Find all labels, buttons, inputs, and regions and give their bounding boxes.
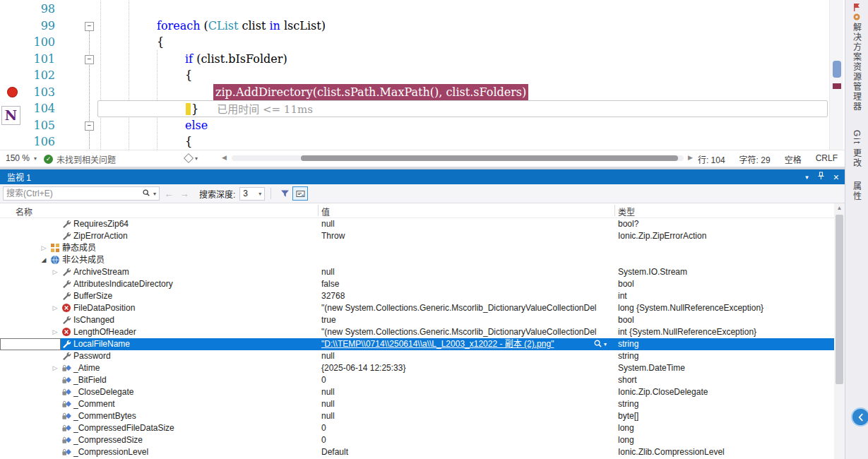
watch-search-box[interactable]: ▾	[3, 186, 160, 201]
watch-row-name-cell[interactable]: _CompressionLevel	[0, 446, 318, 458]
code-line-98[interactable]	[97, 1, 828, 18]
expand-icon[interactable]: ▷	[51, 362, 59, 374]
code-line-100[interactable]: {	[97, 34, 828, 51]
code-lines[interactable]: foreach (CList clist in lscList){if (cli…	[97, 1, 828, 150]
watch-row-value[interactable]	[321, 254, 610, 266]
fold-toggle-icon[interactable]: −	[85, 121, 94, 131]
search-options-caret-icon[interactable]: ▾	[153, 191, 159, 197]
tab-properties[interactable]: 属性	[851, 181, 863, 201]
watch-row-name-cell[interactable]: _CloseDelegate	[0, 386, 318, 398]
watch-row[interactable]: _CommentBytesnullbyte[]	[0, 410, 834, 422]
column-separator[interactable]	[614, 205, 615, 216]
watch-row-value[interactable]: null	[321, 386, 610, 398]
watch-row-value[interactable]: "D:\\TEMP\\0714\\250614\\a\\L_L2003_x120…	[321, 338, 610, 350]
search-input[interactable]	[4, 189, 142, 198]
code-line-103[interactable]: zip.AddDirectory(clist.sPath.MaxPath(), …	[97, 84, 828, 101]
watch-row-name-cell[interactable]: ZipErrorAction	[0, 230, 318, 242]
encoding-indicator[interactable]: CRLF	[816, 153, 838, 165]
watch-row[interactable]: _CompressionLevelDefaultIonic.Zlib.Compr…	[0, 446, 834, 458]
scroll-left-icon[interactable]: ◀	[222, 154, 227, 161]
watch-row-name-cell[interactable]: ▷ArchiveStream	[0, 266, 318, 278]
window-position-icon[interactable]: ▾	[805, 174, 809, 181]
watch-row-name-cell[interactable]: AttributesIndicateDirectory	[0, 278, 318, 290]
watch-row-name-cell[interactable]: RequiresZip64	[0, 218, 318, 230]
visualizer-caret-icon[interactable]: ▾	[604, 338, 607, 350]
column-header-name[interactable]: 名称	[16, 205, 32, 217]
char-indicator[interactable]: 字符: 29	[739, 153, 771, 165]
scrollbar-thumb[interactable]	[833, 61, 841, 78]
watch-vertical-scrollbar[interactable]: ▲	[834, 203, 845, 459]
code-area[interactable]: foreach (CList clist in lscList){if (cli…	[97, 1, 828, 150]
watch-row[interactable]: IsChangedtruebool	[0, 314, 834, 326]
expand-icon[interactable]: ▷	[51, 266, 59, 278]
watch-row-name-cell[interactable]: IsChanged	[0, 314, 318, 326]
watch-row-value[interactable]: null	[321, 398, 610, 410]
document-health-indicator[interactable]: ✓ 未找到相关问题	[44, 153, 116, 165]
tab-solution-explorer[interactable]: 解决方案资源管理器	[851, 23, 863, 112]
watch-row-value[interactable]: "(new System.Collections.Generic.Mscorli…	[321, 302, 610, 314]
column-separator[interactable]	[318, 205, 319, 216]
watch-row-value[interactable]: null	[321, 266, 610, 278]
filter-button[interactable]	[277, 186, 292, 201]
watch-row-value[interactable]: Throw	[321, 230, 610, 242]
watch-row-value[interactable]: 0	[321, 434, 610, 446]
watch-row[interactable]: ▷LengthOfHeader"(new System.Collections.…	[0, 326, 834, 338]
fold-margin[interactable]: −−−	[83, 1, 97, 150]
watch-row-name-cell[interactable]: _BitField	[0, 374, 318, 386]
watch-row-name-cell[interactable]: ▷_Atime	[0, 362, 318, 374]
column-header-value[interactable]: 值	[321, 205, 330, 217]
scroll-up-icon[interactable]: ▲	[834, 205, 845, 211]
fold-toggle-icon[interactable]: −	[85, 22, 94, 31]
watch-row-value[interactable]: null	[321, 410, 610, 422]
watch-row[interactable]: _CompressedFileDataSize0long	[0, 422, 834, 434]
tab-git-changes[interactable]: Git 更改	[851, 130, 863, 169]
watch-row-value[interactable]: 0	[321, 422, 610, 434]
watch-row-name-cell[interactable]: _CompressedFileDataSize	[0, 422, 318, 434]
code-line-105[interactable]: else	[97, 117, 828, 134]
watch-row[interactable]: Passwordnullstring	[0, 350, 834, 362]
watch-row[interactable]: RequiresZip64nullbool?	[0, 218, 834, 230]
watch-row-value[interactable]: "(new System.Collections.Generic.Mscorli…	[321, 326, 610, 338]
pin-icon[interactable]	[817, 172, 825, 182]
watch-row[interactable]: ▷ArchiveStreamnullSystem.IO.Stream	[0, 266, 834, 278]
watch-row[interactable]: ▷FileDataPosition"(new System.Collection…	[0, 302, 834, 314]
breakpoint-icon[interactable]	[7, 87, 18, 97]
watch-row-value[interactable]: Default	[321, 446, 610, 458]
expand-icon[interactable]: ▷	[51, 302, 59, 314]
search-previous-button[interactable]: ←	[162, 189, 175, 199]
watch-row-name-cell[interactable]: ◢非公共成员	[0, 254, 318, 266]
watch-row[interactable]: LocalFileName"D:\\TEMP\\0714\\250614\\a\…	[0, 338, 834, 350]
tab-key-toggle-button[interactable]	[292, 186, 308, 201]
fold-toggle-icon[interactable]: −	[85, 55, 94, 64]
expand-icon[interactable]: ▷	[40, 242, 48, 254]
watch-row-name-cell[interactable]: _Comment	[0, 398, 318, 410]
horizontal-scrollbar[interactable]	[232, 155, 684, 161]
panel-flyout-button[interactable]	[851, 407, 868, 427]
watch-row[interactable]: ZipErrorActionThrowIonic.Zip.ZipErrorAct…	[0, 230, 834, 242]
glyph-margin[interactable]	[0, 1, 24, 150]
watch-row-value[interactable]	[321, 242, 610, 254]
code-line-99[interactable]: foreach (CList clist in lscList)	[97, 18, 828, 35]
watch-row-value[interactable]: null	[321, 350, 610, 362]
watch-scrollbar-thumb[interactable]	[836, 215, 843, 384]
watch-row[interactable]: _CompressedSize0long	[0, 434, 834, 446]
watch-row[interactable]: _BitField0short	[0, 374, 834, 386]
watch-row[interactable]: _CloseDelegatenullIonic.Zip.CloseDelegat…	[0, 386, 834, 398]
watch-row-value[interactable]: {2025-06-14 12:25:33}	[321, 362, 610, 374]
search-depth-dropdown[interactable]: 3 ▾	[239, 187, 265, 201]
watch-row[interactable]: AttributesIndicateDirectoryfalsebool	[0, 278, 834, 290]
search-icon[interactable]	[142, 189, 153, 199]
code-line-101[interactable]: if (clist.bIsFolder)	[97, 51, 828, 68]
watch-row-name-cell[interactable]: BufferSize	[0, 290, 318, 302]
scroll-right-icon[interactable]: ▶	[688, 154, 693, 161]
watch-row-value[interactable]: true	[321, 314, 610, 326]
code-line-106[interactable]: {	[97, 133, 828, 150]
search-next-button[interactable]: →	[178, 189, 191, 199]
collapse-icon[interactable]: ◢	[40, 254, 48, 266]
code-editor[interactable]: 9899100101102103104105106 N −−− foreach …	[0, 0, 845, 150]
watch-row-name-cell[interactable]: ▷LengthOfHeader	[0, 326, 318, 338]
watch-row[interactable]: ▷_Atime{2025-06-14 12:25:33}System.DateT…	[0, 362, 834, 374]
zoom-control[interactable]: 150 % ▾	[6, 153, 37, 163]
watch-row[interactable]: BufferSize32768int	[0, 290, 834, 302]
watch-row-name-cell[interactable]: Password	[0, 350, 318, 362]
